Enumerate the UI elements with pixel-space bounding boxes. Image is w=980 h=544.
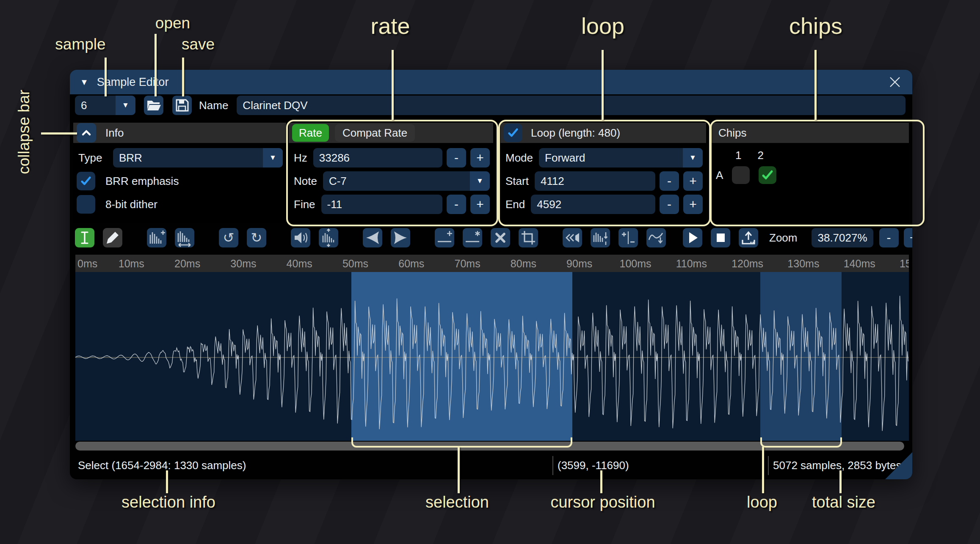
callout-line-sample (105, 58, 107, 96)
annotation-save: save (182, 36, 215, 53)
callout-line-selection (458, 447, 460, 493)
play-icon (683, 228, 702, 247)
sign-invert-button[interactable] (618, 228, 638, 247)
ibeam-cursor-icon (75, 228, 94, 247)
info-panel: Info Type BRR ▼ BRR emphasis (73, 123, 286, 223)
redo-icon: ↻ (247, 228, 266, 247)
brr-emphasis-label: BRR emphasis (104, 175, 179, 188)
reverse-button[interactable] (563, 228, 582, 247)
callout-line-rate (392, 50, 394, 120)
reverse-icon (563, 228, 582, 247)
info-panel-header: Info (73, 123, 286, 143)
ruler-tick: 80ms (511, 258, 536, 270)
save-sample-button[interactable] (172, 96, 192, 115)
collapse-bar-button[interactable] (77, 123, 96, 143)
delete-x-icon (491, 228, 510, 247)
silence-star-icon (463, 228, 482, 247)
ruler-tick: 100ms (619, 258, 651, 270)
waveform-normalize-icon (319, 228, 338, 247)
rate-annotation-box (286, 120, 498, 226)
ruler-tick: 20ms (174, 258, 200, 270)
plus-minus-icon (618, 228, 638, 247)
select-mode-button[interactable] (75, 228, 94, 247)
upload-icon (739, 228, 758, 247)
trim-button[interactable] (519, 228, 538, 247)
play-sample-button[interactable] (683, 228, 702, 247)
collapse-window-icon[interactable]: ▼ (80, 77, 88, 87)
chevron-down-icon[interactable]: ▼ (263, 148, 283, 168)
window-title: Sample Editor (97, 76, 169, 89)
invert-button[interactable] (591, 228, 610, 247)
undo-button[interactable]: ↺ (219, 228, 238, 247)
apply-silence-button[interactable] (463, 228, 482, 247)
callout-line-cursor-position (600, 470, 602, 493)
dither-label: 8-bit dither (104, 198, 157, 211)
ruler-tick: 120ms (732, 258, 763, 270)
sample-name-field[interactable]: Clarinet DQV (237, 96, 905, 115)
selection-bracket (351, 437, 572, 448)
ruler-tick: 50ms (342, 258, 368, 270)
window-titlebar[interactable]: ▼ Sample Editor (70, 70, 912, 94)
zoom-out-button[interactable]: - (879, 228, 899, 247)
callout-line-loop-bottom (762, 447, 764, 493)
resize-button[interactable] (147, 228, 166, 247)
silence-plus-icon (435, 228, 454, 247)
waveform-view[interactable] (75, 272, 909, 441)
fade-out-button[interactable] (391, 228, 410, 247)
ruler-tick: 90ms (566, 258, 592, 270)
annotation-sample: sample (55, 36, 105, 53)
stop-icon (711, 228, 730, 247)
sample-index-dropdown[interactable]: 6 ▼ (75, 96, 135, 115)
zoom-value-field[interactable]: 38.7027% (812, 228, 873, 247)
zoom-value: 38.7027% (817, 231, 867, 245)
stop-sample-button[interactable] (711, 228, 730, 247)
status-cursor-position: (3599, -11690) (552, 456, 768, 475)
draw-mode-button[interactable] (103, 228, 122, 247)
insert-silence-button[interactable] (435, 228, 454, 247)
annotation-total-size: total size (812, 493, 875, 511)
zoom-in-button[interactable]: + (904, 228, 912, 247)
open-sample-button[interactable] (144, 96, 163, 115)
callout-line-collapse-bar (41, 132, 77, 135)
delete-button[interactable] (491, 228, 510, 247)
loop-bracket (760, 437, 842, 448)
fade-in-button[interactable] (363, 228, 382, 247)
loop-annotation-box (498, 120, 711, 226)
undo-icon: ↺ (219, 228, 238, 247)
annotation-loop: loop (581, 13, 624, 39)
resize-grip[interactable] (885, 452, 912, 479)
normalize-button[interactable] (319, 228, 338, 247)
info-panel-title: Info (105, 126, 124, 140)
ruler-tick: 60ms (398, 258, 424, 270)
ruler-tick: 140ms (844, 258, 875, 270)
filter-button[interactable] (646, 228, 666, 247)
ruler-tick: 10ms (119, 258, 144, 270)
ruler-tick: 70ms (455, 258, 480, 270)
annotation-selection: selection (425, 493, 489, 511)
resample-button[interactable] (175, 228, 194, 247)
status-bar: Select (1654-2984: 1330 samples) (3599, … (75, 452, 909, 479)
waveform-invert-icon (591, 228, 610, 247)
timeline-ruler[interactable]: 0ms10ms20ms30ms40ms50ms60ms70ms80ms90ms1… (75, 255, 909, 272)
waveform-plus-icon (147, 228, 166, 247)
dither-checkbox[interactable] (77, 195, 95, 214)
close-button[interactable] (888, 75, 902, 89)
ruler-tick: 130ms (787, 258, 819, 270)
redo-button[interactable]: ↻ (247, 228, 266, 247)
check-icon (80, 175, 92, 187)
sample-type-dropdown[interactable]: BRR ▼ (113, 148, 283, 168)
chips-annotation-box (710, 120, 925, 226)
ruler-tick: 30ms (230, 258, 256, 270)
pencil-icon (103, 228, 122, 247)
save-floppy-icon (172, 96, 192, 115)
brr-emphasis-checkbox[interactable] (77, 172, 95, 190)
create-wavetable-button[interactable] (739, 228, 758, 247)
chevron-down-icon[interactable]: ▼ (116, 96, 135, 115)
ruler-tick: 0ms (77, 258, 97, 270)
fade-out-icon (391, 228, 410, 247)
crop-icon (519, 228, 538, 247)
amplify-button[interactable] (291, 228, 310, 247)
callout-line-selection-info (166, 470, 168, 493)
fade-in-icon (363, 228, 382, 247)
annotation-rate: rate (370, 13, 410, 39)
